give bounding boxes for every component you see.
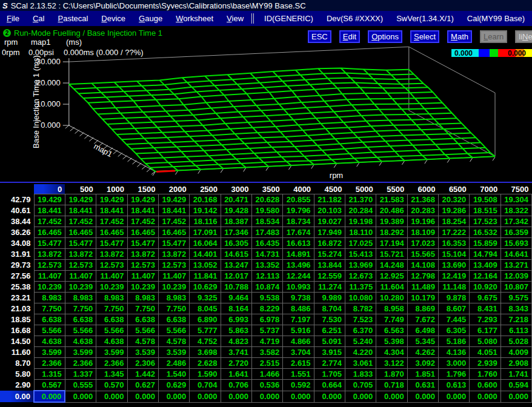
cell[interactable]: 19.428 [221, 205, 251, 216]
math-button[interactable]: Math [447, 30, 472, 43]
cell[interactable]: 8.486 [283, 303, 314, 314]
cell[interactable]: 12.573 [34, 260, 65, 271]
cell[interactable]: 15.104 [438, 249, 469, 260]
cell[interactable]: 15.413 [345, 249, 376, 260]
cell[interactable]: 12.673 [345, 271, 376, 282]
cell[interactable]: 10.239 [96, 282, 127, 293]
cell[interactable]: 15.477 [158, 238, 189, 249]
cell[interactable]: 17.452 [65, 216, 96, 227]
cell[interactable]: 8.958 [376, 303, 407, 314]
cell[interactable]: 15.565 [407, 249, 438, 260]
cell[interactable]: 4.136 [438, 347, 469, 358]
cell[interactable]: 9.675 [470, 293, 500, 303]
cell[interactable]: 13.872 [34, 249, 65, 260]
col-header-500[interactable]: 500 [65, 184, 96, 194]
cell[interactable]: 6.563 [376, 325, 407, 336]
cell[interactable]: 6.993 [221, 314, 251, 325]
cell[interactable]: 9.464 [221, 293, 251, 303]
cell[interactable]: 12.039 [500, 271, 531, 282]
cell[interactable]: 15.477 [65, 238, 96, 249]
cell[interactable]: 20.283 [407, 205, 438, 216]
cell[interactable]: 2.366 [34, 358, 65, 369]
cell[interactable]: 16.353 [438, 238, 469, 249]
row-header-16.68[interactable]: 16.68 [0, 325, 34, 336]
cell[interactable]: 5.398 [376, 336, 407, 347]
cell[interactable]: 5.240 [345, 336, 376, 347]
cell[interactable]: 19.429 [96, 194, 127, 205]
cell[interactable]: 19.286 [438, 205, 469, 216]
cell[interactable]: 1.851 [407, 369, 438, 380]
cell[interactable]: 1.641 [221, 369, 251, 380]
cell[interactable]: 17.452 [34, 216, 65, 227]
cell[interactable]: 7.672 [407, 314, 438, 325]
esc-button[interactable]: ESC [308, 30, 331, 43]
cell[interactable]: 18.441 [96, 205, 127, 216]
cell[interactable]: 11.841 [190, 271, 221, 282]
cell[interactable]: 16.465 [65, 227, 96, 238]
row-header-23.21[interactable]: 23.21 [0, 293, 34, 303]
cell[interactable]: 11.407 [127, 271, 158, 282]
cell[interactable]: 15.721 [376, 249, 407, 260]
cell[interactable]: 10.788 [221, 282, 251, 293]
cell[interactable]: 20.628 [251, 194, 282, 205]
col-header-0[interactable]: 0 [34, 184, 65, 194]
cell[interactable]: 5.916 [283, 325, 314, 336]
cell[interactable]: 19.429 [34, 194, 65, 205]
select-button[interactable]: Select [410, 30, 439, 43]
cell[interactable]: 12.559 [314, 271, 345, 282]
row-header-38.44[interactable]: 38.44 [0, 216, 34, 227]
cell[interactable]: 3.698 [190, 347, 221, 358]
cell[interactable]: 14.794 [470, 249, 500, 260]
cell[interactable]: 13.496 [283, 260, 314, 271]
cell[interactable]: 0.000 [500, 391, 531, 402]
cell[interactable]: 19.580 [251, 205, 282, 216]
cell[interactable]: 0.000 [190, 391, 221, 402]
cell[interactable]: 8.704 [314, 303, 345, 314]
cell[interactable]: 5.863 [221, 325, 251, 336]
cell[interactable]: 6.638 [158, 314, 189, 325]
cell[interactable]: 3.122 [376, 358, 407, 369]
cell[interactable]: 13.872 [65, 249, 96, 260]
cell[interactable]: 18.441 [34, 205, 65, 216]
cell[interactable]: 18.441 [158, 205, 189, 216]
cell[interactable]: 7.750 [158, 303, 189, 314]
cell[interactable]: 0.629 [158, 380, 189, 391]
edit-button[interactable]: Edit [339, 30, 360, 43]
row-header-29.73[interactable]: 29.73 [0, 260, 34, 271]
col-header-3000[interactable]: 3000 [221, 184, 251, 194]
cell[interactable]: 10.807 [500, 282, 531, 293]
cell[interactable]: 14.891 [283, 249, 314, 260]
cell[interactable]: 10.239 [65, 282, 96, 293]
cell[interactable]: 13.872 [158, 249, 189, 260]
cell[interactable]: 19.429 [158, 194, 189, 205]
cell[interactable]: 18.116 [190, 216, 221, 227]
cell[interactable]: 21.368 [407, 194, 438, 205]
col-header-1500[interactable]: 1500 [127, 184, 158, 194]
cell[interactable]: 20.168 [190, 194, 221, 205]
cell[interactable]: 3.599 [96, 347, 127, 358]
cell[interactable]: 4.578 [158, 336, 189, 347]
cell[interactable]: 8.782 [345, 303, 376, 314]
cell[interactable]: 15.477 [34, 238, 65, 249]
cell[interactable]: 6.638 [34, 314, 65, 325]
cell[interactable]: 16.359 [500, 227, 531, 238]
row-header-27.56[interactable]: 27.56 [0, 271, 34, 282]
cell[interactable]: 8.045 [190, 303, 221, 314]
cell[interactable]: 16.465 [158, 227, 189, 238]
cell[interactable]: 4.262 [407, 347, 438, 358]
cell[interactable]: 19.196 [407, 216, 438, 227]
cell[interactable]: 17.949 [314, 227, 345, 238]
cell[interactable]: 6.890 [190, 314, 221, 325]
cell[interactable]: 13.271 [500, 260, 531, 271]
cell[interactable]: 19.198 [345, 216, 376, 227]
cell[interactable]: 12.573 [127, 260, 158, 271]
menu-item-worksheet[interactable]: Worksheet [169, 13, 220, 24]
cell[interactable]: 8.983 [127, 293, 158, 303]
cell[interactable]: 6.305 [438, 325, 469, 336]
cell[interactable]: 0.000 [438, 391, 469, 402]
row-header-34.08[interactable]: 34.08 [0, 238, 34, 249]
cell[interactable]: 13.690 [438, 260, 469, 271]
cell[interactable]: 20.320 [438, 194, 469, 205]
cell[interactable]: 20.471 [221, 194, 251, 205]
cell[interactable]: 16.305 [221, 238, 251, 249]
